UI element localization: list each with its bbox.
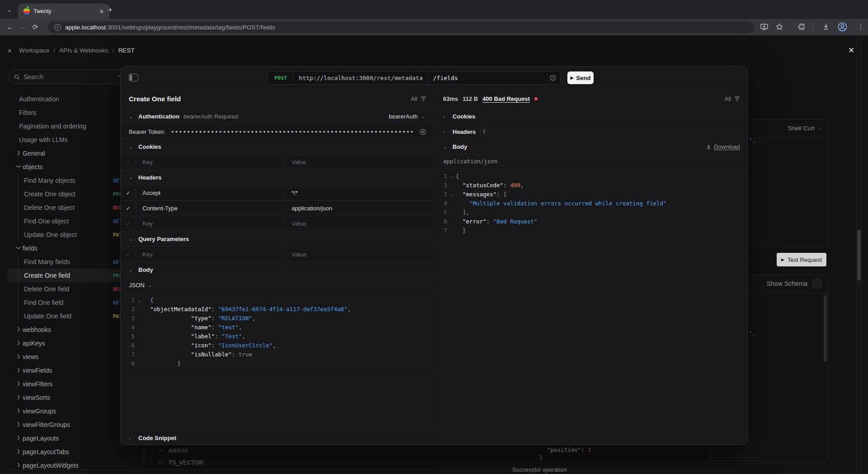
value-cell[interactable]: Value (285, 155, 434, 170)
breadcrumb-close-icon[interactable]: ✕ (7, 47, 12, 54)
section-body[interactable]: ⌄ Body (121, 262, 434, 278)
reveal-eye-icon[interactable] (420, 128, 426, 135)
sidebar-item-find-many-objects[interactable]: Find Many objectsGET (7, 174, 129, 187)
sidebar-item-create-one-field[interactable]: Create One fieldPOST (7, 269, 129, 282)
sidebar-item-pagelayouttabs[interactable]: ❯pageLayoutTabs (7, 445, 129, 459)
row-enabled-checkbox[interactable]: ✓ (121, 185, 136, 200)
send-button[interactable]: ▶ Send (567, 71, 594, 84)
response-section-body[interactable]: ⌄ Body Download (435, 139, 748, 154)
response-section-headers[interactable]: › Headers 2 (435, 124, 748, 139)
fold-icon[interactable]: ⌄ (447, 190, 456, 199)
request-filter[interactable]: All (411, 95, 426, 102)
fold-gutter (135, 332, 143, 341)
section-code-snippet[interactable]: › Code Snippet (121, 431, 434, 445)
sidebar-item-viewfiltergroups[interactable]: ❯viewFilterGroups (7, 418, 129, 431)
sidebar-item-find-many-fields[interactable]: Find Many fieldsGET (7, 255, 129, 269)
downloads-icon[interactable] (820, 20, 832, 33)
install-icon[interactable] (758, 20, 770, 33)
code-text: "icon": "IconUserCircle", (143, 341, 276, 350)
sidebar-item-delete-one-field[interactable]: Delete One fieldDEL (7, 282, 129, 296)
bearer-token-input[interactable]: ••••••••••••••••••••••••••••••••••••••••… (171, 128, 414, 135)
key-cell[interactable]: Key (136, 216, 285, 231)
key-cell[interactable]: Key (136, 247, 285, 262)
row-enabled-checkbox[interactable]: ✓ (121, 155, 136, 170)
test-request-button[interactable]: ▶ Test Request (777, 253, 826, 266)
value-cell[interactable]: */* (285, 185, 434, 200)
sidebar-item-update-one-field[interactable]: Update One fieldPATCH (7, 309, 129, 323)
sidebar-item-update-one-object[interactable]: Update One objectPATCH (7, 228, 129, 242)
history-clock-icon[interactable] (550, 75, 556, 81)
sidebar-item-viewfields[interactable]: ❯viewFields (7, 364, 129, 377)
value-cell[interactable]: application/json (285, 201, 434, 216)
sidebar-item-apikeys[interactable]: ❯apiKeys (7, 337, 129, 350)
schema-panel-scrollbar[interactable] (824, 295, 827, 362)
sidebar-item-create-one-object[interactable]: Create One objectPOST (7, 187, 129, 201)
url-bar[interactable]: i apple.localhost:3001/settings/playgrou… (48, 21, 754, 33)
sidebar-item-objects[interactable]: ❯objects (7, 160, 129, 174)
sidebar-item-pagination-and-ordering[interactable]: Pagination and ordering (7, 119, 129, 133)
sidebar-item-viewfilters[interactable]: ❯viewFilters (7, 377, 129, 391)
new-tab-button[interactable]: + (105, 5, 116, 15)
fold-icon[interactable]: ⌄ (135, 296, 143, 305)
page-scrollbar-thumb[interactable] (857, 230, 861, 280)
sidebar-item-fields[interactable]: ❯fields (7, 242, 129, 255)
sidebar-item-delete-one-object[interactable]: Delete One objectDEL (7, 201, 129, 214)
search-input[interactable]: Search ^ K (9, 70, 130, 84)
request-body-editor[interactable]: 1⌄ {2 "objectMetadataId": "69437fe1-6074… (121, 293, 434, 373)
row-enabled-checkbox[interactable]: ✓ (121, 216, 136, 231)
fold-icon[interactable]: ⌄ (447, 172, 456, 181)
browser-tab[interactable]: Twenty ✕ (18, 4, 109, 19)
sidebar-item-label: Find One object (24, 214, 69, 228)
shell-curl-selector[interactable]: Shell Curl (788, 125, 815, 132)
body-format-select[interactable]: JSON ⌄ (121, 278, 434, 293)
tab-search-chevron-icon[interactable]: ⌄ (4, 4, 15, 16)
sidebar-item-authentication[interactable]: Authentication (7, 92, 129, 106)
key-cell[interactable]: Content-Type (136, 201, 285, 216)
profile-avatar-icon[interactable] (836, 20, 849, 33)
response-section-cookies[interactable]: › Cookies (435, 109, 748, 124)
row-enabled-checkbox[interactable]: ✓ (121, 201, 136, 216)
sidebar-item-general[interactable]: ❯General (7, 147, 129, 160)
sidebar-item-viewsorts[interactable]: ❯viewSorts (7, 391, 129, 404)
sidebar-toggle-icon[interactable] (129, 74, 138, 81)
chrome-menu-icon[interactable]: ⋮ (854, 20, 867, 33)
back-icon[interactable]: ← (4, 21, 16, 33)
sidebar-item-usage-with-llms[interactable]: Usage with LLMs (7, 133, 129, 147)
code-line: 5 ], (441, 208, 748, 217)
forward-icon[interactable]: → (16, 21, 29, 33)
chevron-down-icon: ❯ (12, 244, 25, 252)
value-cell[interactable]: Value (285, 216, 434, 231)
breadcrumb-workspace[interactable]: Workspace (19, 47, 49, 54)
response-filter[interactable]: All (725, 95, 740, 102)
sidebar-item-find-one-object[interactable]: Find One objectGET (7, 214, 129, 228)
sidebar-item-pagelayoutwidgets[interactable]: ❯pageLayoutWidgets (7, 459, 129, 472)
extensions-icon[interactable] (795, 20, 807, 33)
request-address-bar[interactable]: POST http://localhost:3000/rest/metadata… (268, 71, 561, 85)
sidebar-item-webhooks[interactable]: ❯webhooks (7, 323, 129, 337)
section-cookies[interactable]: ⌄ Cookies (121, 139, 434, 155)
download-link[interactable]: Download (706, 143, 740, 150)
request-path-input[interactable]: /fields (428, 75, 550, 81)
response-body-viewer[interactable]: 1⌄{2 "statusCode": 400,3⌄ "messages": [4… (435, 169, 748, 239)
key-cell[interactable]: Accept (136, 185, 285, 200)
sidebar-item-pagelayouts[interactable]: ❯pageLayouts (7, 431, 129, 445)
response-status[interactable]: 400 Bad Request (482, 95, 530, 102)
sidebar-item-find-one-field[interactable]: Find One fieldGET (7, 296, 129, 309)
reload-icon[interactable]: ⟳ (29, 21, 42, 33)
sidebar-item-views[interactable]: ❯views (7, 350, 129, 364)
auth-scheme-select[interactable]: bearerAuth⌄ (389, 113, 426, 120)
page-close-icon[interactable]: ✕ (848, 46, 854, 55)
site-info-icon[interactable]: i (54, 24, 61, 31)
breadcrumb-apis-webhooks[interactable]: APIs & Webhooks (59, 47, 108, 54)
sidebar-item-viewgroups[interactable]: ❯viewGroups (7, 404, 129, 418)
section-query-parameters[interactable]: ⌄ Query Parameters (121, 232, 434, 247)
row-enabled-checkbox[interactable]: ✓ (121, 247, 136, 262)
bookmark-star-icon[interactable] (773, 20, 786, 33)
section-headers[interactable]: ⌄ Headers (121, 170, 434, 185)
section-authentication[interactable]: ⌄ Authentication bearerAuth Required bea… (121, 109, 434, 124)
show-schema-checkbox[interactable] (813, 280, 821, 288)
value-cell[interactable]: Value (285, 247, 434, 262)
code-text: "isNullable": true (143, 350, 252, 359)
key-cell[interactable]: Key (136, 155, 285, 170)
sidebar-item-filters[interactable]: Filters (7, 106, 129, 119)
